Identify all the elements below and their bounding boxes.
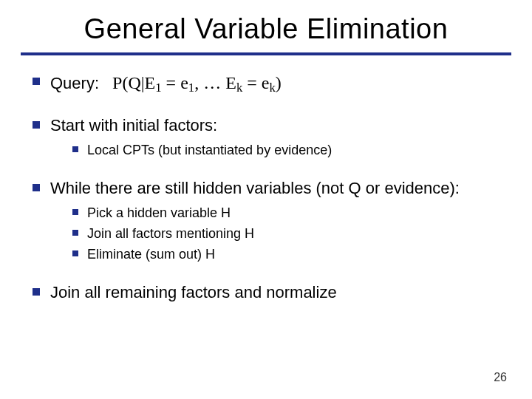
sub-join-h: Join all factors mentioning H xyxy=(71,225,502,242)
bullet-start-factors-text: Start with initial factors: xyxy=(50,116,217,134)
bullet-start-factors: Start with initial factors: Local CPTs (… xyxy=(30,115,502,159)
page-number: 26 xyxy=(494,371,507,384)
f-subkb: k xyxy=(269,81,275,95)
slide-body: Query: P(Q|E1 = e1, … Ek = ek) Start wit… xyxy=(0,55,532,304)
sub-pick-h: Pick a hidden variable H xyxy=(71,204,502,222)
query-label: Query: xyxy=(50,73,99,95)
f-P: P xyxy=(112,73,122,92)
query-formula: P(Q|E1 = e1, … Ek = ek) xyxy=(112,72,282,96)
sublist-start: Local CPTs (but instantiated by evidence… xyxy=(71,141,502,159)
f-sub1a: 1 xyxy=(155,81,161,95)
f-e1: e xyxy=(180,73,188,92)
query-row: Query: P(Q|E1 = e1, … Ek = ek) xyxy=(50,72,502,96)
bullet-while-hidden-text: While there are still hidden variables (… xyxy=(50,179,460,197)
bullet-list: Query: P(Q|E1 = e1, … Ek = ek) Start wit… xyxy=(30,72,502,304)
f-eq2: = xyxy=(242,73,262,92)
f-eq1: = xyxy=(162,73,181,92)
f-ek: e xyxy=(262,73,270,92)
f-sub1b: 1 xyxy=(188,81,194,95)
f-close: ) xyxy=(276,73,282,92)
f-Ek: E xyxy=(225,73,236,92)
sub-eliminate-h: Eliminate (sum out) H xyxy=(71,245,502,263)
f-Q: Q xyxy=(128,73,140,92)
bullet-query: Query: P(Q|E1 = e1, … Ek = ek) xyxy=(30,72,502,96)
slide-title: General Variable Elimination xyxy=(0,0,532,52)
f-subka: k xyxy=(236,81,242,95)
bullet-while-hidden: While there are still hidden variables (… xyxy=(30,178,502,263)
f-E1: E xyxy=(145,73,156,92)
sublist-while: Pick a hidden variable H Join all factor… xyxy=(71,204,502,264)
slide: General Variable Elimination Query: P(Q|… xyxy=(0,0,532,399)
bullet-join-normalize: Join all remaining factors and normalize xyxy=(30,282,502,304)
f-dots: , … xyxy=(194,73,225,92)
sub-local-cpts: Local CPTs (but instantiated by evidence… xyxy=(71,141,502,159)
